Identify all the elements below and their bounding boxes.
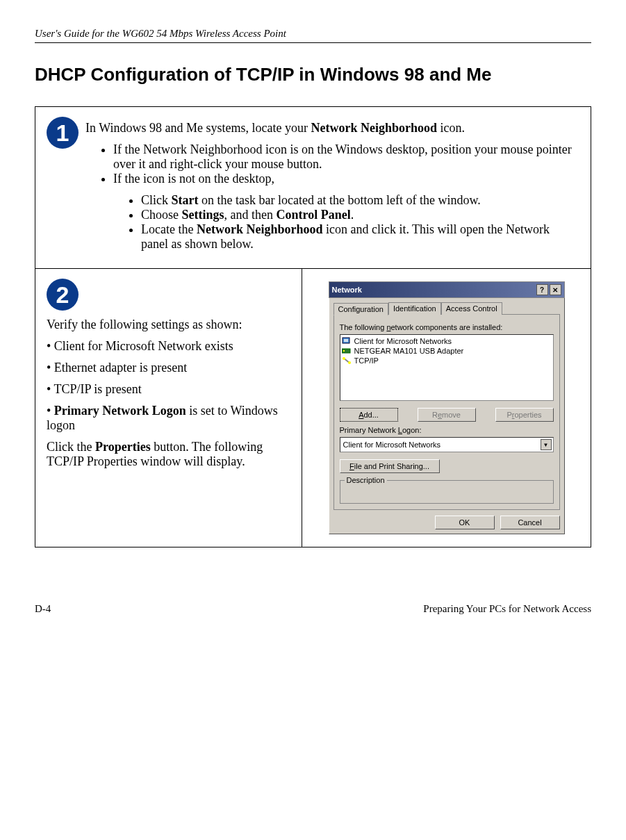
svg-rect-1 (344, 339, 348, 342)
list-item[interactable]: NETGEAR MA101 USB Adapter (342, 346, 552, 356)
tab-panel: The following network components are ins… (333, 314, 560, 510)
components-listbox[interactable]: Client for Microsoft Networks NETGEAR MA… (340, 334, 554, 401)
prPost: operties (514, 411, 541, 419)
list-item[interactable]: Client for Microsoft Networks (342, 336, 552, 346)
fpsP: ile and Print Sharing... (354, 462, 429, 470)
li2: NETGEAR MA101 USB Adapter (354, 347, 464, 355)
s1b: Start (172, 193, 199, 207)
ok-button[interactable]: OK (435, 516, 495, 529)
prPre: P (506, 411, 511, 419)
dialog-body: Configuration Identification Access Cont… (329, 298, 565, 534)
network-dialog: Network ? ✕ Configuration Identification… (329, 281, 565, 534)
step1-intro-post: icon. (437, 121, 465, 135)
dialog-tabs: Configuration Identification Access Cont… (333, 302, 560, 315)
step-2-image-cell: Network ? ✕ Configuration Identification… (302, 269, 591, 547)
step-2-text-cell: 2 Verify the following settings as shown… (35, 269, 302, 547)
page-title: DHCP Configuration of TCP/IP in Windows … (35, 64, 591, 85)
s2mid: , and then (224, 208, 277, 222)
step2-v2: • Ethernet adapter is present (47, 361, 290, 375)
llpre: The following (340, 323, 387, 331)
dialog-titlebar: Network ? ✕ (329, 281, 565, 298)
tab-access-control[interactable]: Access Control (441, 302, 502, 315)
step-2-badge: 2 (47, 279, 79, 311)
help-button[interactable]: ? (536, 284, 548, 295)
svg-rect-2 (342, 349, 350, 353)
combo-text: Client for Microsoft Networks (343, 440, 441, 449)
list-item[interactable]: TCP/IP (342, 356, 552, 365)
step1-intro-pre: In Windows 98 and Me systems, locate you… (85, 121, 311, 135)
step2-v3: • TCP/IP is present (47, 382, 290, 397)
svg-point-6 (348, 361, 351, 364)
properties-button[interactable]: Properties (495, 408, 554, 422)
cancel-button[interactable]: Cancel (500, 516, 560, 529)
adapter-icon (342, 347, 352, 355)
footer-left: D-4 (35, 603, 51, 615)
footer-right: Preparing Your PCs for Network Access (423, 603, 591, 615)
step1-sub-1: Click Start on the task bar located at t… (141, 193, 579, 208)
logon-combo[interactable]: Client for Microsoft Networks ▼ (340, 437, 554, 452)
step1-intro-bold: Network Neighborhood (311, 121, 437, 135)
step2-v1: • Client for Microsoft Network exists (47, 339, 290, 354)
s3pre: Locate the (141, 222, 197, 236)
dialog-title-text: Network (332, 286, 362, 294)
s2b1: Settings (182, 208, 224, 222)
step1-sub-2: Choose Settings, and then Control Panel. (141, 208, 579, 222)
step-1-badge: 1 (47, 117, 79, 149)
step2-v4: • Primary Network Logon is set to Window… (47, 404, 290, 433)
s3b: Network Neighborhood (197, 222, 323, 236)
s1post: on the task bar located at the bottom le… (199, 193, 481, 207)
client-icon (342, 337, 352, 345)
step1-bullet-1: If the Network Neighborhood icon is on t… (113, 142, 579, 172)
s2post: . (351, 208, 354, 222)
step-1-text: In Windows 98 and Me systems, locate you… (85, 117, 579, 258)
step-1-cell: 1 In Windows 98 and Me systems, locate y… (35, 107, 591, 269)
lgpre: Primary Network (340, 426, 398, 434)
file-print-sharing-button[interactable]: File and Print Sharing... (340, 459, 440, 473)
chevron-down-icon[interactable]: ▼ (541, 439, 552, 450)
fpsU: F (349, 462, 354, 470)
description-label: Description (345, 476, 387, 484)
rmPost: move (442, 411, 461, 419)
cb: Properties (95, 440, 151, 454)
protocol-icon (342, 356, 352, 365)
lgpost: ogon: (402, 426, 422, 434)
svg-point-5 (343, 357, 345, 360)
step1-sub-3: Locate the Network Neighborhood icon and… (141, 222, 579, 252)
v4b: Primary Network Logon (54, 404, 186, 418)
add-button[interactable]: Add... (340, 408, 398, 422)
v4pre: • (47, 404, 54, 418)
addP: dd... (363, 411, 378, 419)
steps-table: 1 In Windows 98 and Me systems, locate y… (35, 106, 591, 547)
components-label: The following network components are ins… (340, 323, 554, 331)
description-group: Description (340, 480, 554, 504)
remove-button[interactable]: Remove (418, 408, 476, 422)
logon-label: Primary Network Logon: (340, 426, 554, 434)
llpost: etwork components are installed: (391, 323, 503, 331)
step1-bullet-2: If the icon is not on the desktop, (113, 172, 579, 186)
li1: Client for Microsoft Networks (354, 337, 452, 345)
step2-click: Click the Properties button. The followi… (47, 440, 290, 469)
svg-rect-3 (343, 350, 345, 352)
page-footer: D-4 Preparing Your PCs for Network Acces… (35, 603, 591, 615)
cpre: Click the (47, 440, 95, 454)
s1pre: Click (141, 193, 172, 207)
s2pre: Choose (141, 208, 182, 222)
step2-verify: Verify the following settings as shown: (47, 318, 290, 332)
close-button[interactable]: ✕ (550, 284, 561, 295)
page-header: User's Guide for the WG602 54 Mbps Wirel… (35, 28, 591, 43)
rmPre: R (432, 411, 438, 419)
s2b2: Control Panel (277, 208, 351, 222)
li3: TCP/IP (354, 356, 379, 365)
tab-configuration[interactable]: Configuration (333, 303, 388, 315)
tab-identification[interactable]: Identification (388, 302, 441, 315)
